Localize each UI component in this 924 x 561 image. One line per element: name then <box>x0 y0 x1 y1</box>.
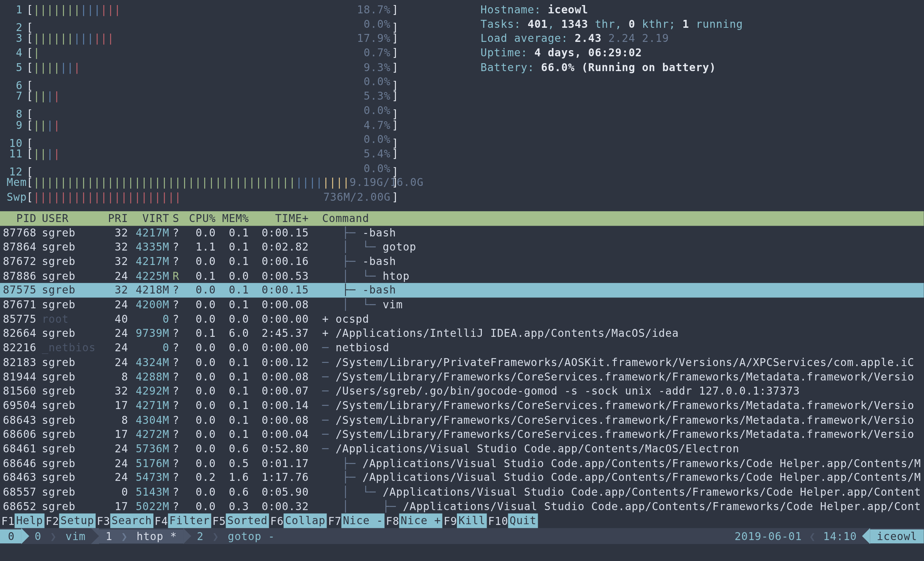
process-row[interactable]: 81944 sgreb 8 4288M ? 0.0 0.1 0:00.08 ─ … <box>0 370 924 384</box>
cpu-meter: 7[||||5.3%] <box>6 89 462 104</box>
cpu-meter: 12[0.0%] <box>6 161 462 176</box>
tmux-window[interactable]: 2 ❯ gotop - <box>192 529 280 544</box>
tmux-window[interactable]: 0 ❯ vim <box>29 529 91 544</box>
process-row[interactable]: 82183 sgreb 24 4324M ? 0.0 0.1 0:00.12 ─… <box>0 355 924 370</box>
cpu-meter: 4[|0.7%] <box>6 46 462 60</box>
process-row[interactable]: 68461 sgreb 24 5736M ? 0.0 0.6 0:52.80 ─… <box>0 441 924 456</box>
function-bar: F1Help F2Setup F3SearchF4FilterF5SortedF… <box>0 514 924 528</box>
function-key[interactable]: F1Help <box>0 514 44 528</box>
cpu-meter: 1[|||||||||||||18.7%] <box>6 3 462 17</box>
process-row[interactable]: 68557 sgreb 0 5143M ? 0.0 0.6 0:05.90 │ … <box>0 485 924 499</box>
cpu-meter: 8[0.0%] <box>6 104 462 118</box>
process-row[interactable]: 82664 sgreb 24 9739M ? 0.1 6.0 2:45.37 +… <box>0 326 924 341</box>
function-key[interactable]: F8Nice + <box>384 514 442 528</box>
process-row[interactable]: 82216 _netbios 24 0 ? 0.0 0.0 0:00.00 ─ … <box>0 341 924 355</box>
process-row[interactable]: 68463 sgreb 24 5473M ? 0.2 1.6 1:17.76 ├… <box>0 470 924 485</box>
cpu-meter: 9[||||4.7%] <box>6 118 462 132</box>
system-info: Hostname: iceowl Tasks: 401, 1343 thr, 0… <box>462 3 917 204</box>
cpu-meter: 11[||||5.4%] <box>6 147 462 161</box>
cpu-meter: 3[||||||||||||17.9%] <box>6 32 462 46</box>
mem-meter: Mem[||||||||||||||||||||||||||||||||||||… <box>6 176 462 190</box>
process-row[interactable]: 87672 sgreb 32 4217M ? 0.0 0.1 0:00.16 ├… <box>0 255 924 269</box>
process-row[interactable]: 68606 sgreb 17 4272M ? 0.0 0.1 0:00.04 ─… <box>0 428 924 442</box>
process-row[interactable]: 87575 sgreb 32 4218M ? 0.0 0.1 0:00.15 ├… <box>0 284 924 298</box>
process-row[interactable]: 68652 sgreb 17 5022M ? 0.0 0.3 0:00.32 │… <box>0 499 924 514</box>
cpu-meter: 2[0.0%] <box>6 17 462 32</box>
function-key[interactable]: F9Kill <box>442 514 487 528</box>
function-key[interactable]: F4Filter <box>153 514 211 528</box>
cpu-meter: 5[|||||||9.3%] <box>6 60 462 75</box>
cpu-meters: 1[|||||||||||||18.7%]2[0.0%]3[||||||||||… <box>6 3 462 204</box>
function-key[interactable]: F7Nice - <box>327 514 384 528</box>
process-row[interactable]: 81560 sgreb 32 4292M ? 0.0 0.1 0:00.07 ─… <box>0 384 924 399</box>
cpu-meter: 10[0.0%] <box>6 132 462 147</box>
function-key[interactable]: F5Sorted <box>211 514 269 528</box>
tmux-time: 14:10 <box>818 529 862 544</box>
tmux-host: iceowl <box>870 529 924 544</box>
process-row[interactable]: 87768 sgreb 32 4217M ? 0.0 0.1 0:00.15 ├… <box>0 226 924 240</box>
function-key[interactable]: F2Setup <box>44 514 96 528</box>
swap-meter: Swp[||||||||||||||||||||||736M/2.00G] <box>6 190 462 204</box>
function-key[interactable]: F6Collap <box>269 514 327 528</box>
tmux-window-active[interactable]: 1 ❯ htop * <box>99 529 183 544</box>
tmux-date: 2019-06-01 <box>729 529 807 544</box>
process-row[interactable]: 69504 sgreb 17 4271M ? 0.0 0.1 0:00.14 ─… <box>0 399 924 413</box>
process-row[interactable]: 68646 sgreb 24 5176M ? 0.0 0.5 0:01.17 ├… <box>0 456 924 470</box>
tmux-status-bar: 0 0 ❯ vim1 ❯ htop *2 ❯ gotop - 2019-06-0… <box>0 528 924 544</box>
function-key[interactable]: F3Search <box>95 514 153 528</box>
chevron-left-icon: ❮ <box>807 529 818 544</box>
process-row[interactable]: 85775 root 40 0 ? 0.0 0.0 0:00.00 + ocsp… <box>0 312 924 326</box>
cpu-meter: 6[0.0%] <box>6 75 462 89</box>
process-row[interactable]: 87671 sgreb 24 4200M ? 0.0 0.1 0:00.08 │… <box>0 297 924 312</box>
function-key[interactable]: F10Quit <box>487 514 538 528</box>
process-row[interactable]: 87864 sgreb 32 4335M ? 1.1 0.1 0:02.82 │… <box>0 240 924 255</box>
process-row[interactable]: 68643 sgreb 8 4304M ? 0.0 0.1 0:00.08 ─ … <box>0 413 924 428</box>
process-header[interactable]: PID USER PRI VIRT S CPU% MEM% TIME+ Comm… <box>0 211 924 225</box>
process-list[interactable]: 87768 sgreb 32 4217M ? 0.0 0.1 0:00.15 ├… <box>0 226 924 514</box>
process-row[interactable]: 87886 sgreb 24 4225M R 0.1 0.0 0:00.53 │… <box>0 269 924 284</box>
tmux-session[interactable]: 0 <box>0 529 21 544</box>
